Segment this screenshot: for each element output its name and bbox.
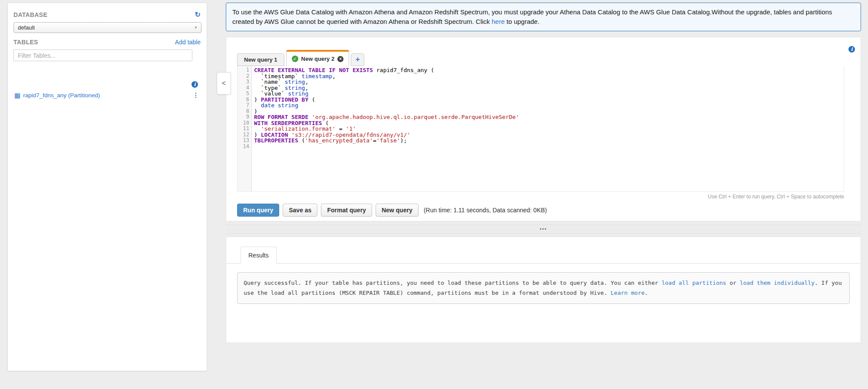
line-number: 5	[238, 91, 249, 97]
new-query-button[interactable]: New query	[376, 204, 419, 217]
panel-resize-divider: •••	[226, 224, 861, 234]
results-tab-row: Results	[226, 247, 861, 264]
chevron-left-icon: <	[222, 79, 226, 87]
inline-link[interactable]: here	[492, 18, 505, 25]
kebab-menu-icon[interactable]: ⋮	[193, 92, 199, 99]
code-line: `type` string,	[254, 85, 844, 91]
database-select-value: default	[18, 24, 35, 31]
inline-link[interactable]: load all partitions	[662, 280, 726, 286]
database-select[interactable]: default ▼	[13, 22, 201, 33]
save-as-button[interactable]: Save as	[283, 204, 317, 217]
line-number: 2	[238, 73, 249, 79]
query-tab-bar: New query 1 ✓ New query 2 × +	[237, 50, 861, 66]
tab-label: New query 2	[301, 56, 335, 62]
code-line: WITH SERDEPROPERTIES (	[254, 120, 844, 126]
run-stats-text: (Run time: 1.11 seconds, Data scanned: 0…	[424, 207, 547, 214]
main-content: To use the AWS Glue Data Catalog with Am…	[226, 0, 861, 389]
plus-icon: +	[356, 55, 360, 63]
code-line: `timestamp` timestamp,	[254, 73, 844, 79]
editor-gutter: 1234567891011121314	[238, 66, 252, 191]
line-number: 8	[238, 109, 249, 115]
code-line: date string	[254, 102, 844, 109]
line-number: 14	[238, 144, 249, 150]
code-line	[254, 144, 844, 150]
info-icon[interactable]: i	[191, 81, 198, 88]
table-row[interactable]: ▦ rapid7_fdns_any (Partitioned) ⋮	[14, 92, 199, 99]
tab-label: New query 1	[244, 56, 277, 63]
table-grid-icon: ▦	[14, 92, 20, 99]
close-icon[interactable]: ×	[337, 56, 343, 62]
editor-code[interactable]: CREATE EXTERNAL TABLE IF NOT EXISTS rapi…	[252, 66, 844, 191]
database-header-row: DATABASE ↻	[13, 11, 201, 18]
check-icon: ✓	[292, 56, 298, 62]
inline-link[interactable]: Learn more	[611, 290, 644, 296]
code-line: 'serialization.format' = '1'	[254, 126, 844, 132]
glue-upgrade-banner: To use the AWS Glue Data Catalog with Am…	[226, 3, 861, 31]
catalog-sidebar: DATABASE ↻ default ▼ TABLES Add table i …	[7, 3, 207, 371]
line-number: 1	[238, 67, 249, 73]
code-line: ROW FORMAT SERDE 'org.apache.hadoop.hive…	[254, 114, 844, 120]
line-number: 10	[238, 120, 249, 126]
inline-link[interactable]: load them individually	[740, 280, 815, 286]
caret-down-icon: ▼	[194, 26, 198, 30]
refresh-icon[interactable]: ↻	[195, 11, 201, 18]
line-number: 12	[238, 132, 249, 138]
line-number: 9	[238, 114, 249, 120]
line-number: 3	[238, 79, 249, 85]
info-icon[interactable]: i	[848, 46, 855, 53]
sql-editor[interactable]: 1234567891011121314 CREATE EXTERNAL TABL…	[237, 66, 844, 192]
table-name-link[interactable]: rapid7_fdns_any (Partitioned)	[23, 92, 100, 99]
code-line: ) PARTITIONED BY (	[254, 97, 844, 103]
code-line: )	[254, 109, 844, 115]
code-line: CREATE EXTERNAL TABLE IF NOT EXISTS rapi…	[254, 67, 844, 73]
add-table-link[interactable]: Add table	[175, 39, 201, 46]
tab-results[interactable]: Results	[241, 247, 277, 264]
code-line: TBLPROPERTIES ('has_encrypted_data'='fal…	[254, 138, 844, 144]
query-editor-panel: i New query 1 ✓ New query 2 × + 12345678…	[226, 37, 861, 221]
line-number: 13	[238, 138, 249, 144]
filter-tables-input[interactable]	[13, 49, 192, 61]
code-line: `value` string	[254, 91, 844, 97]
code-line: `name` string,	[254, 79, 844, 85]
results-panel: Results Query successful. If your table …	[226, 237, 861, 343]
line-number: 6	[238, 97, 249, 103]
tab-new-query-1[interactable]: New query 1	[237, 53, 284, 66]
tables-header-row: TABLES Add table	[13, 39, 201, 46]
tab-new-query-2[interactable]: ✓ New query 2 ×	[286, 50, 350, 66]
database-label: DATABASE	[13, 11, 47, 18]
query-success-message: Query successful. If your table has part…	[237, 272, 850, 304]
editor-actions-row: Run query Save as Format query New query…	[237, 204, 861, 217]
editor-shortcut-hint: Use Ctrl + Enter to run query, Ctrl + Sp…	[226, 194, 844, 200]
tables-list-header: i	[13, 81, 198, 88]
sidebar-collapse-button[interactable]: <	[217, 72, 231, 95]
line-number: 11	[238, 126, 249, 132]
run-query-button[interactable]: Run query	[237, 204, 279, 217]
line-number: 4	[238, 85, 249, 91]
code-line: ) LOCATION 's3://rapid7-opendata/fdns/an…	[254, 132, 844, 138]
new-tab-button[interactable]: +	[351, 53, 364, 66]
format-query-button[interactable]: Format query	[321, 204, 372, 217]
athena-query-editor-page: { "app": { "name": "Amazon Athena query …	[0, 0, 868, 389]
tables-label: TABLES	[13, 39, 38, 46]
line-number: 7	[238, 102, 249, 109]
